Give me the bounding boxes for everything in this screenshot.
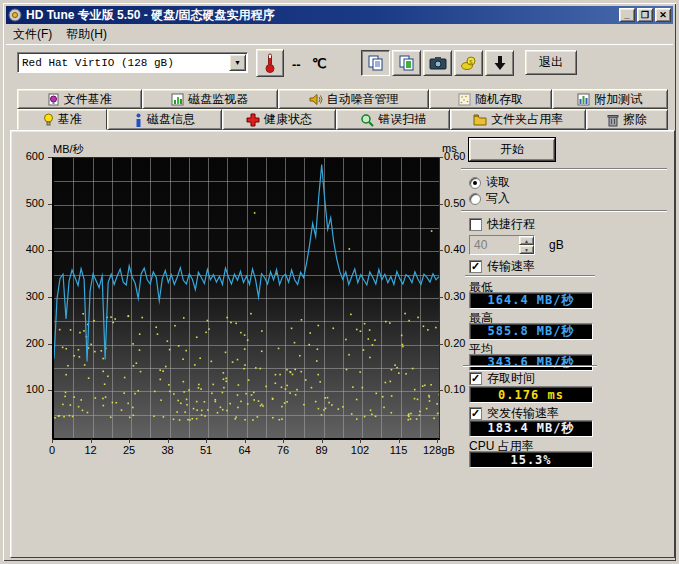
left-axis-tick-label: 400 <box>26 243 44 255</box>
access-time-label: 存取时间 <box>487 370 535 387</box>
tab-file-benchmark-label: 文件基准 <box>64 91 112 108</box>
left-axis-tick-label: 500 <box>26 197 44 209</box>
separator <box>465 275 595 277</box>
drive-select-value: Red Hat VirtIO (128 gB) <box>18 57 229 69</box>
disk-monitor-icon <box>171 93 184 106</box>
start-button[interactable]: 开始 <box>469 138 555 161</box>
tab-folder-usage[interactable]: 文件夹占用率 <box>450 109 586 130</box>
right-axis-tick-label: 0.10 <box>444 383 465 395</box>
thermometer-icon <box>262 52 278 74</box>
donate-button[interactable]: $ <box>454 50 483 76</box>
avg-value-lcd: 343.6 MB/秒 <box>469 354 593 371</box>
cpu-usage-lcd: 15.3% <box>469 451 593 468</box>
noise-management-icon <box>309 93 323 106</box>
x-axis-tick-label: 38 <box>154 444 182 456</box>
access-time-row[interactable]: 存取时间 <box>469 370 535 387</box>
save-results-button[interactable] <box>485 50 514 76</box>
access-time-checkbox[interactable] <box>469 372 482 385</box>
menu-item-file[interactable]: 文件(F) <box>6 25 59 44</box>
tab-error-scan[interactable]: 错误扫描 <box>336 109 450 130</box>
left-axis-tick-label: 600 <box>26 150 44 162</box>
tab-benchmark[interactable]: 基准 <box>17 109 107 130</box>
axis-tick-mark <box>129 439 130 443</box>
tab-erase[interactable]: 擦除 <box>586 109 668 130</box>
menubar: 文件(F) 帮助(H) <box>6 25 673 43</box>
screenshot-button[interactable] <box>423 50 452 76</box>
left-axis-tick-label: 300 <box>26 290 44 302</box>
close-button[interactable]: ✕ <box>655 8 671 22</box>
tab-disk-monitor-label: 磁盘监视器 <box>188 91 248 108</box>
short-stroke-checkbox[interactable] <box>469 218 482 231</box>
short-stroke-row[interactable]: 快捷行程 <box>469 216 535 233</box>
x-axis-tick-label: 115 <box>385 444 413 456</box>
x-axis-tick-label: 0 <box>38 444 66 456</box>
axis-tick-mark <box>48 157 52 158</box>
disk-info-icon <box>134 113 143 127</box>
axis-tick-mark <box>48 297 52 298</box>
copy-text-button[interactable] <box>361 50 390 76</box>
tab-extra-tests[interactable]: 附加测试 <box>552 89 668 109</box>
transfer-rate-checkbox[interactable] <box>469 260 482 273</box>
read-radio-label: 读取 <box>486 174 510 191</box>
x-axis-tick-label: 89 <box>308 444 336 456</box>
tab-disk-info[interactable]: 磁盘信息 <box>107 109 221 130</box>
axis-tick-mark <box>91 439 92 443</box>
benchmark-page: MB/秒 ms 6005004003002001000.600.500.400.… <box>10 130 675 558</box>
axis-tick-mark <box>52 439 53 443</box>
copy-image-icon <box>398 54 416 72</box>
tab-erase-label: 擦除 <box>623 111 647 128</box>
left-axis-unit-label: MB/秒 <box>53 142 84 157</box>
donate-icon: $ <box>460 55 478 71</box>
menu-item-help[interactable]: 帮助(H) <box>59 25 114 44</box>
spinner-down-button[interactable]: ▼ <box>519 245 534 254</box>
separator <box>463 365 597 367</box>
separator <box>461 168 667 170</box>
axis-tick-mark <box>439 344 443 345</box>
temperature-value: -- <box>292 57 301 72</box>
axis-tick-mark <box>48 204 52 205</box>
right-axis-tick-label: 0.30 <box>444 290 465 302</box>
combo-dropdown-arrow-icon[interactable]: ▼ <box>229 54 246 71</box>
max-value-lcd: 585.8 MB/秒 <box>469 323 593 340</box>
axis-tick-mark <box>439 204 443 205</box>
x-axis-tick-label: 64 <box>231 444 259 456</box>
minimize-button[interactable]: _ <box>619 8 635 22</box>
read-radio[interactable] <box>469 177 481 189</box>
write-radio[interactable] <box>469 193 481 205</box>
exit-button[interactable]: 退出 <box>525 50 577 75</box>
x-axis-tick-label: 76 <box>269 444 297 456</box>
tab-random-access[interactable]: 随机存取 <box>429 89 551 109</box>
x-axis-tick-label: 102 <box>346 444 374 456</box>
tab-file-benchmark[interactable]: 文件基准 <box>17 89 142 109</box>
random-access-icon <box>458 93 471 106</box>
tab-disk-monitor[interactable]: 磁盘监视器 <box>142 89 278 109</box>
spinner-up-button[interactable]: ▲ <box>519 236 534 245</box>
read-radio-row[interactable]: 读取 <box>469 174 510 191</box>
access-time-lcd: 0.176 ms <box>469 386 593 403</box>
download-arrow-icon <box>493 55 507 71</box>
temperature-button[interactable] <box>256 49 284 77</box>
burst-rate-checkbox[interactable] <box>469 407 482 420</box>
maximize-button[interactable]: ❐ <box>637 8 653 22</box>
erase-icon <box>607 113 619 127</box>
copy-image-button[interactable] <box>392 50 421 76</box>
right-axis-tick-label: 0.20 <box>444 337 465 349</box>
health-icon <box>246 113 260 127</box>
tab-noise-management-label: 自动噪音管理 <box>327 91 399 108</box>
axis-tick-mark <box>48 344 52 345</box>
x-axis-tick-label: 51 <box>192 444 220 456</box>
tab-health[interactable]: 健康状态 <box>222 109 336 130</box>
transfer-rate-row[interactable]: 传输速率 <box>469 258 535 275</box>
short-stroke-spinner[interactable]: 40 ▲ ▼ <box>469 235 535 255</box>
write-radio-label: 写入 <box>486 190 510 207</box>
drive-select-combo[interactable]: Red Hat VirtIO (128 gB) ▼ <box>17 52 248 73</box>
write-radio-row[interactable]: 写入 <box>469 190 510 207</box>
right-axis-tick-label: 0.60 <box>444 150 465 162</box>
tab-noise-management[interactable]: 自动噪音管理 <box>278 89 429 109</box>
titlebar: HD Tune 专业版 5.50 - 硬盘/固态硬盘实用程序 _ ❐ ✕ <box>6 6 673 24</box>
right-axis-tick-label: 0.50 <box>444 197 465 209</box>
tab-folder-usage-label: 文件夹占用率 <box>491 111 563 128</box>
axis-tick-mark <box>168 439 169 443</box>
tabstrip: 文件基准磁盘监视器自动噪音管理随机存取附加测试 基准磁盘信息健康状态错误扫描文件… <box>17 89 668 130</box>
temperature-unit: ℃ <box>312 56 327 71</box>
